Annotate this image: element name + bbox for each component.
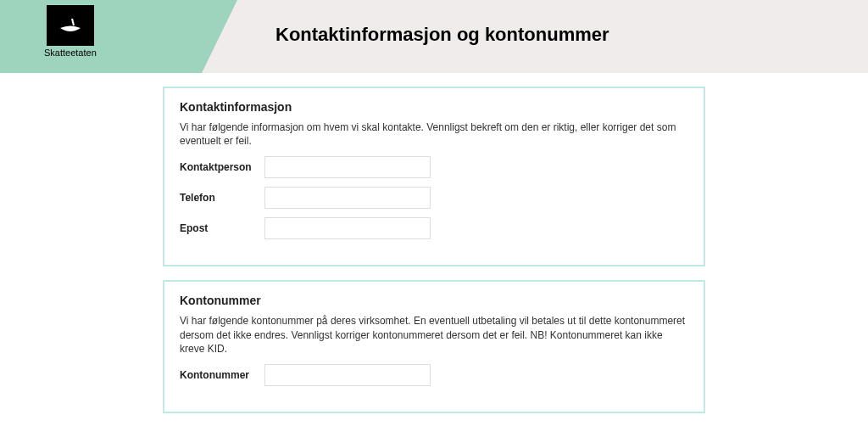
input-account-number[interactable]: [264, 364, 431, 386]
input-phone[interactable]: [264, 187, 431, 209]
row-phone: Telefon: [180, 187, 688, 209]
page-header: Skatteetaten Kontaktinformasjon og konto…: [0, 0, 868, 73]
row-account-number: Kontonummer: [180, 364, 688, 386]
input-contact-person[interactable]: [264, 156, 431, 178]
main-content: Kontaktinformasjon Vi har følgende infor…: [0, 73, 868, 426]
label-email: Epost: [180, 222, 264, 234]
account-number-card: Kontonummer Vi har følgende kontonummer …: [163, 280, 705, 413]
label-contact-person: Kontaktperson: [180, 161, 264, 173]
row-email: Epost: [180, 217, 688, 239]
label-account-number: Kontonummer: [180, 369, 264, 381]
row-contact-person: Kontaktperson: [180, 156, 688, 178]
contact-description: Vi har følgende informasjon om hvem vi s…: [180, 121, 688, 148]
account-heading: Kontonummer: [180, 294, 688, 307]
header-accent: [0, 0, 237, 73]
brand-logo: Skatteetaten: [44, 5, 97, 58]
account-description: Vi har følgende kontonummer på deres vir…: [180, 314, 688, 356]
label-phone: Telefon: [180, 192, 264, 204]
contact-info-card: Kontaktinformasjon Vi har følgende infor…: [163, 87, 705, 266]
input-email[interactable]: [264, 217, 431, 239]
page-title: Kontaktinformasjon og kontonummer: [275, 24, 609, 46]
brand-name: Skatteetaten: [44, 48, 97, 58]
skatteetaten-icon: [47, 5, 94, 46]
contact-heading: Kontaktinformasjon: [180, 100, 688, 114]
